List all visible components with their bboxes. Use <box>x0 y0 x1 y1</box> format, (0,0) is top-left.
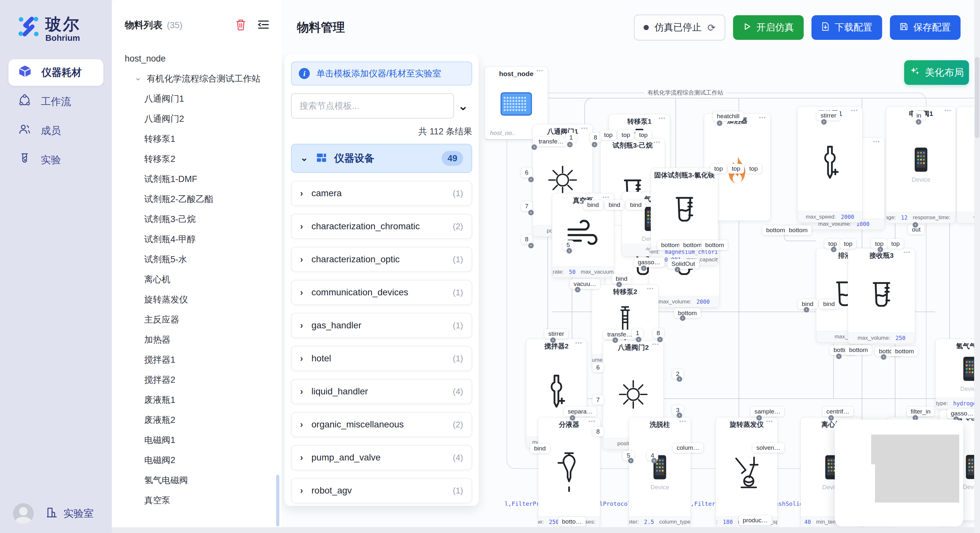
tree-item[interactable]: 八通阀门1 <box>112 89 281 109</box>
tree-item[interactable]: 电磁阀1 <box>112 430 281 450</box>
port-dot[interactable]: › <box>528 177 534 182</box>
port-dot[interactable]: › <box>612 338 618 343</box>
template-category-row[interactable]: ›robot_agv(1) <box>291 478 472 503</box>
tree-item[interactable]: 主反应器 <box>112 309 281 330</box>
start-simulation-button[interactable]: 开启仿真 <box>733 15 804 40</box>
port-dot[interactable]: › <box>821 119 827 125</box>
tree-item[interactable]: host_node <box>112 49 281 69</box>
node-menu-icon[interactable]: ⋯ <box>653 138 661 147</box>
node-menu-icon[interactable]: ⋯ <box>873 138 880 146</box>
collapse-panel-icon[interactable]: ⌄ <box>454 99 472 113</box>
node-menu-icon[interactable]: ⋯ <box>581 124 589 133</box>
port-dot[interactable]: › <box>550 338 556 343</box>
node-menu-icon[interactable]: ⋯ <box>944 106 952 115</box>
tree-item[interactable]: 氢气电磁阀 <box>112 470 281 490</box>
node-menu-icon[interactable]: ⋯ <box>766 417 773 426</box>
vertical-scrollbar[interactable] <box>974 0 980 533</box>
tree-item[interactable]: 加热器 <box>112 330 281 350</box>
tree-item[interactable]: 废液瓶2 <box>112 410 281 430</box>
tree-item[interactable]: 离心机 <box>112 270 281 289</box>
port-dot[interactable]: › <box>717 121 722 126</box>
tree-item[interactable]: 真空泵 <box>112 490 281 510</box>
graph-node[interactable]: 氢气气源⋯Device_type:hydrogenmax_pre <box>935 339 980 409</box>
port-dot[interactable]: › <box>570 415 575 420</box>
tree-item[interactable]: 旋转蒸发仪 <box>112 289 281 309</box>
template-category-row[interactable]: ›characterization_optic(1) <box>291 247 472 272</box>
graph-node[interactable]: 接收瓶3⋯max_volume:250 <box>848 248 915 344</box>
graph-node[interactable]: 搅拌器1⋯max_speed:2000 <box>797 106 863 223</box>
port-dot[interactable]: › <box>528 243 534 248</box>
download-config-button[interactable]: 下载配置 <box>811 15 882 40</box>
node-menu-icon[interactable]: ⋯ <box>903 248 911 257</box>
tree-item[interactable]: 转移泵2 <box>112 149 281 169</box>
port-dot[interactable]: › <box>916 119 921 125</box>
tree-item[interactable]: 试剂瓶1-DMF <box>112 169 281 189</box>
graph-node[interactable]: 洗脱柱⋯Devicediameter:2.5column_type:si <box>629 417 691 528</box>
port-dot[interactable]: › <box>828 415 834 420</box>
trash-icon[interactable] <box>235 19 246 32</box>
port-dot[interactable]: › <box>831 247 837 252</box>
tree-item[interactable]: 废液瓶1 <box>112 390 281 410</box>
search-input[interactable] <box>291 93 454 119</box>
sidebar-item-members[interactable]: 成员 <box>8 117 103 144</box>
node-menu-icon[interactable]: ⋯ <box>759 114 767 122</box>
port-dot[interactable]: › <box>677 376 682 382</box>
template-category-row[interactable]: ›communication_devices(1) <box>291 280 472 305</box>
tree-item[interactable]: 转移泵1 <box>112 129 281 149</box>
graph-node[interactable]: 固体试剂瓶3-氯化镁⋯agent:magnesium_chloridepreci… <box>651 168 718 265</box>
port-dot[interactable]: › <box>566 248 572 254</box>
tree-item[interactable]: 电磁阀2 <box>112 450 281 470</box>
tree-item[interactable]: 八通阀门2 <box>112 109 281 129</box>
tree-item[interactable]: 试剂瓶3-己烷 <box>112 209 281 229</box>
port-dot[interactable]: › <box>804 307 809 313</box>
template-category-row[interactable]: ›liquid_handler(4) <box>291 379 472 404</box>
sidebar-item-experiments[interactable]: 实验 <box>8 147 103 173</box>
graph-node[interactable]: 分液器⋯volume:250has_phases:true <box>538 417 600 528</box>
tree-item[interactable]: ⌄有机化学流程综合测试工作站 <box>112 69 281 89</box>
node-menu-icon[interactable]: ⋯ <box>851 106 859 115</box>
tree-item[interactable]: 搅拌器1 <box>112 350 281 370</box>
beautify-layout-button[interactable]: 美化布局 <box>904 60 969 85</box>
sidebar-item-instruments[interactable]: 仪器耗材 <box>8 59 103 86</box>
materials-scrollbar[interactable] <box>276 475 279 527</box>
port-dot[interactable]: › <box>677 412 682 418</box>
template-category-row[interactable]: ›pump_and_valve(4) <box>291 445 472 470</box>
port-dot[interactable]: › <box>528 210 534 215</box>
tree-item[interactable]: 搅拌器2 <box>112 370 281 390</box>
port-dot[interactable]: › <box>628 458 633 463</box>
port-dot[interactable]: › <box>756 415 762 420</box>
category-instruments[interactable]: ⌄ 仪器设备 49 <box>291 144 472 173</box>
chevron-down-icon[interactable]: ⌄ <box>135 73 142 82</box>
node-menu-icon[interactable]: ⋯ <box>575 339 583 347</box>
node-menu-icon[interactable]: ⋯ <box>679 417 687 426</box>
port-dot[interactable]: › <box>641 265 646 271</box>
graph-node[interactable]: 电磁阀1⋯Devicevoltage:12response_time:0.1 <box>886 106 956 224</box>
port-dot[interactable]: › <box>616 282 622 287</box>
port-dot[interactable]: › <box>881 354 886 360</box>
port-dot[interactable]: › <box>680 316 686 321</box>
port-dot[interactable]: › <box>567 142 573 148</box>
port-dot[interactable]: › <box>878 247 883 252</box>
simulation-status-pill[interactable]: 仿真已停止 ⟳ <box>634 14 725 40</box>
tree-item[interactable]: 试剂瓶2-乙酸乙酯 <box>112 189 281 209</box>
sidebar-item-workflow[interactable]: 工作流 <box>8 89 103 115</box>
template-category-row[interactable]: ›characterization_chromatic(2) <box>291 214 472 239</box>
node-menu-icon[interactable]: ⋯ <box>658 114 666 123</box>
port-dot[interactable]: › <box>675 267 680 272</box>
port-dot[interactable]: › <box>592 142 597 148</box>
template-category-row[interactable]: ›organic_miscellaneous(2) <box>291 412 472 437</box>
port-dot[interactable]: › <box>913 222 918 228</box>
template-category-row[interactable]: ›gas_handler(1) <box>291 313 472 338</box>
template-category-row[interactable]: ›camera(1) <box>291 181 472 206</box>
port-dot[interactable]: › <box>651 458 657 463</box>
horizontal-scrollbar[interactable] <box>112 527 980 533</box>
tree-item[interactable]: 试剂瓶5-水 <box>112 249 281 270</box>
avatar[interactable] <box>13 503 34 524</box>
graph-node[interactable]: 旋转蒸发仪⋯temp:180max_rotation_speed: <box>716 417 778 528</box>
outdent-icon[interactable] <box>257 19 270 32</box>
node-menu-icon[interactable]: ⋯ <box>646 285 654 293</box>
node-menu-icon[interactable]: ⋯ <box>536 67 544 75</box>
port-dot[interactable]: › <box>575 287 581 292</box>
minimap[interactable] <box>835 420 963 527</box>
port-dot[interactable]: › <box>531 144 537 150</box>
